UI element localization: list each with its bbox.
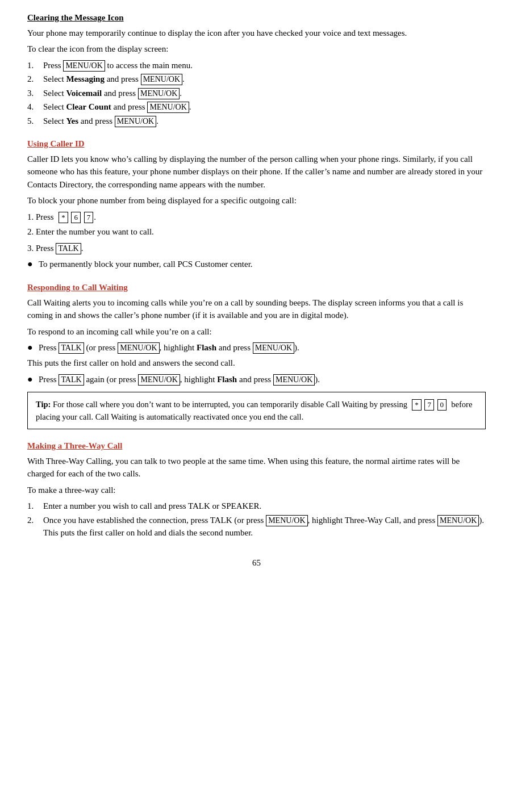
six-key: 6 [71, 212, 81, 223]
talk-key-2: TALK [59, 342, 84, 354]
three-way-intro: With Three-Way Calling, you can talk to … [27, 455, 486, 480]
clearing-step-5: 5. Select Yes and press MENU/OK. [27, 115, 486, 128]
menu-ok-key-3: MENU/OK [138, 88, 180, 99]
talk-key-3: TALK [59, 374, 84, 386]
menu-ok-key-6: MENU/OK [118, 342, 159, 354]
talk-key-1: TALK [56, 243, 81, 254]
star-key-2: * [412, 399, 422, 411]
caller-id-title: Using Caller ID [27, 137, 486, 150]
clearing-step-4: 4. Select Clear Count and press MENU/OK. [27, 101, 486, 114]
caller-id-step2: 2. Enter the number you want to call. [27, 225, 486, 238]
menu-ok-key-8: MENU/OK [138, 374, 180, 386]
menu-ok-key-1: MENU/OK [63, 60, 105, 72]
call-waiting-bullets: ● Press TALK (or press MENU/OK, highligh… [27, 341, 486, 354]
three-way-step-1: 1. Enter a number you wish to call and p… [27, 500, 486, 513]
call-waiting-bullet-2: ● Press TALK again (or press MENU/OK, hi… [27, 373, 486, 386]
caller-id-bullets: ● To permanently block your number, call… [27, 258, 486, 271]
clearing-steps: 1. Press MENU/OK to access the main menu… [27, 59, 486, 128]
call-waiting-title: Responding to Call Waiting [27, 281, 486, 294]
caller-id-press-line: 1. Press * 6 7. [27, 211, 486, 224]
clearing-instruction: To clear the icon from the display scree… [27, 43, 486, 56]
caller-id-para2: To block your phone number from being di… [27, 194, 486, 207]
menu-ok-key-2: MENU/OK [141, 74, 182, 85]
caller-id-para1: Caller ID lets you know who’s calling by… [27, 153, 486, 191]
menu-ok-key-4: MENU/OK [147, 102, 189, 113]
clearing-section: Clearing the Message Icon Your phone may… [27, 11, 486, 127]
call-waiting-between: This puts the first caller on hold and a… [27, 357, 486, 370]
three-way-step-2: 2. Once you have established the connect… [27, 514, 486, 539]
clearing-title: Clearing the Message Icon [27, 11, 486, 24]
tip-box: Tip: For those call where you don’t want… [27, 392, 486, 430]
tip-label: Tip: [36, 400, 51, 409]
star-key-1: * [59, 212, 68, 223]
call-waiting-para2: To respond to an incoming call while you… [27, 325, 486, 338]
page-number: 65 [27, 556, 486, 570]
three-way-section: Making a Three-Way Call With Three-Way C… [27, 440, 486, 539]
seven-key: 7 [84, 212, 94, 223]
caller-id-section: Using Caller ID Caller ID lets you know … [27, 137, 486, 271]
call-waiting-para1: Call Waiting alerts you to incoming call… [27, 296, 486, 322]
menu-ok-key-9: MENU/OK [273, 374, 315, 386]
call-waiting-bullets-2: ● Press TALK again (or press MENU/OK, hi… [27, 373, 486, 386]
caller-id-step3: 3. Press TALK. [27, 242, 486, 255]
three-way-title: Making a Three-Way Call [27, 440, 486, 453]
three-way-steps: 1. Enter a number you wish to call and p… [27, 500, 486, 539]
clearing-intro: Your phone may temporarily continue to d… [27, 27, 486, 40]
clearing-step-3: 3. Select Voicemail and press MENU/OK. [27, 87, 486, 100]
caller-id-bullet-1: ● To permanently block your number, call… [27, 258, 486, 271]
call-waiting-section: Responding to Call Waiting Call Waiting … [27, 281, 486, 429]
seven-key-2: 7 [424, 399, 434, 411]
menu-ok-key-11: MENU/OK [437, 515, 479, 526]
clearing-step-1: 1. Press MENU/OK to access the main menu… [27, 59, 486, 72]
zero-key: 0 [437, 399, 447, 411]
menu-ok-key-7: MENU/OK [253, 342, 294, 354]
menu-ok-key-10: MENU/OK [266, 515, 307, 526]
three-way-instruction: To make a three-way call: [27, 484, 486, 497]
tip-text-1: For those call where you don’t want to b… [36, 400, 472, 421]
menu-ok-key-5: MENU/OK [115, 116, 156, 127]
call-waiting-bullet-1: ● Press TALK (or press MENU/OK, highligh… [27, 341, 486, 354]
clearing-step-2: 2. Select Messaging and press MENU/OK. [27, 73, 486, 86]
